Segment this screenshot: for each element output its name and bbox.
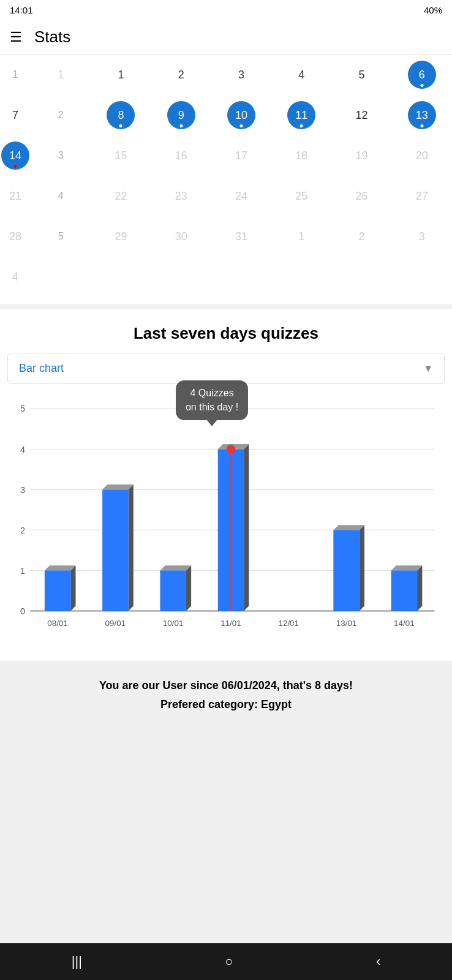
calendar-day-dot — [14, 165, 17, 168]
calendar-day-inner: 25 — [287, 182, 315, 210]
svg-marker-17 — [129, 484, 134, 611]
nav-recent-apps-button[interactable]: ||| — [53, 949, 100, 974]
calendar-day[interactable]: 13 — [392, 95, 452, 135]
calendar-day[interactable]: 16 — [151, 135, 211, 176]
svg-text:13/01: 13/01 — [336, 619, 357, 628]
bar-chart-area: 01234508/0109/0110/0111/0112/0113/0114/0… — [0, 384, 452, 661]
calendar-day[interactable]: 1 — [271, 216, 331, 257]
svg-marker-30 — [360, 525, 364, 611]
calendar-day[interactable]: 18 — [271, 135, 331, 176]
calendar-day[interactable]: 14 — [0, 135, 31, 176]
calendar-day-inner: 24 — [227, 182, 255, 210]
calendar-day[interactable]: 24 — [211, 176, 271, 216]
calendar-day-inner: 9 — [167, 101, 195, 129]
calendar-day-dot — [420, 124, 423, 127]
calendar-day[interactable]: 9 — [151, 95, 211, 135]
svg-text:11/01: 11/01 — [220, 619, 241, 628]
svg-marker-14 — [45, 565, 76, 570]
menu-icon[interactable]: ☰ — [10, 29, 22, 45]
svg-rect-15 — [45, 570, 70, 611]
calendar-day[interactable]: 21 — [0, 176, 31, 216]
svg-text:12/01: 12/01 — [279, 619, 299, 628]
status-time: 14:01 — [10, 5, 33, 15]
calendar-day-inner: 27 — [408, 182, 436, 210]
calendar-day[interactable]: 1 — [91, 55, 151, 95]
calendar-day-dot — [239, 124, 243, 127]
calendar-day-inner: 23 — [167, 182, 195, 210]
calendar-day-dot — [300, 124, 303, 127]
calendar-day-inner: 17 — [227, 141, 255, 170]
nav-home-button[interactable]: ○ — [206, 949, 251, 974]
calendar-day-inner: 29 — [107, 222, 135, 251]
calendar-day[interactable]: 26 — [331, 176, 391, 216]
calendar-day-inner: 13 — [408, 101, 436, 129]
calendar-day[interactable]: 1 — [31, 55, 91, 95]
calendar-day[interactable]: 15 — [91, 135, 151, 176]
svg-marker-18 — [102, 484, 134, 489]
calendar-day-inner: 3 — [408, 222, 436, 251]
calendar-day[interactable]: 19 — [331, 135, 391, 176]
calendar-day-inner: 28 — [1, 222, 29, 251]
calendar-day[interactable]: 10 — [211, 95, 271, 135]
svg-text:2: 2 — [20, 526, 25, 535]
calendar-day[interactable]: 2 — [151, 55, 211, 95]
svg-marker-13 — [70, 565, 75, 611]
chevron-down-icon: ▼ — [423, 363, 433, 374]
calendar-week-number: 3 — [31, 135, 91, 176]
calendar-day-inner: 11 — [287, 101, 315, 129]
svg-rect-23 — [160, 570, 186, 611]
calendar-day[interactable]: 29 — [91, 216, 151, 257]
calendar-day[interactable]: 20 — [392, 135, 452, 176]
chart-wrapper: 01234508/0109/0110/0111/0112/0113/0114/0… — [5, 394, 447, 651]
calendar-day[interactable]: 4 — [271, 55, 331, 95]
calendar-day[interactable]: 28 — [0, 216, 31, 257]
svg-rect-36 — [391, 570, 417, 611]
calendar-day[interactable]: 4 — [0, 257, 31, 297]
calendar-day-dot — [179, 124, 183, 127]
calendar-day[interactable]: 7 — [0, 95, 31, 135]
calendar-day-inner: 30 — [167, 222, 195, 251]
calendar-day[interactable]: 8 — [91, 95, 151, 135]
bottom-nav: ||| ○ ‹ — [0, 943, 452, 980]
calendar-day-inner: 26 — [348, 182, 376, 210]
calendar-day-inner: 21 — [1, 182, 29, 210]
calendar-day[interactable]: 11 — [271, 95, 331, 135]
calendar-day[interactable]: 31 — [211, 216, 271, 257]
calendar-day[interactable]: 27 — [392, 176, 452, 216]
calendar-day-inner: 2 — [167, 61, 195, 89]
calendar-day[interactable]: 30 — [151, 216, 211, 257]
calendar-day-inner: 19 — [348, 141, 376, 170]
svg-rect-32 — [333, 530, 359, 611]
calendar-week-number: 2 — [31, 95, 91, 135]
calendar-day[interactable]: 17 — [211, 135, 271, 176]
calendar-day[interactable]: 3 — [211, 55, 271, 95]
calendar-day[interactable]: 2 — [331, 216, 391, 257]
calendar-day[interactable]: 22 — [91, 176, 151, 216]
calendar-day-inner: 4 — [287, 61, 315, 89]
dropdown-label: Bar chart — [19, 362, 64, 375]
calendar-day-inner: 10 — [227, 101, 255, 129]
calendar-day[interactable]: 3 — [392, 216, 452, 257]
calendar-week-number: 4 — [31, 176, 91, 216]
calendar-day-inner: 5 — [348, 61, 376, 89]
status-battery: 40% — [424, 5, 442, 15]
calendar-day[interactable]: 23 — [151, 176, 211, 216]
svg-text:1: 1 — [20, 566, 25, 576]
preferred-category-text: Prefered category: Egypt — [10, 698, 442, 711]
page-title: Stats — [34, 28, 70, 47]
calendar-day[interactable]: 6 — [392, 55, 452, 95]
calendar-day-dot — [420, 84, 423, 87]
chart-type-dropdown[interactable]: Bar chart ▼ — [7, 353, 445, 384]
svg-marker-21 — [186, 565, 191, 611]
calendar-day[interactable]: 5 — [331, 55, 391, 95]
calendar-day-dot — [119, 124, 122, 127]
calendar-day-inner: 20 — [408, 141, 436, 170]
user-since-text: You are our User since 06/01/2024, that'… — [10, 679, 442, 692]
calendar-day[interactable]: 12 — [331, 95, 391, 135]
svg-marker-34 — [417, 565, 422, 611]
calendar-day[interactable]: 25 — [271, 176, 331, 216]
svg-marker-35 — [391, 565, 423, 570]
calendar-day-inner: 16 — [167, 141, 195, 170]
nav-back-button[interactable]: ‹ — [358, 949, 399, 974]
section-title: Last seven days quizzes — [134, 324, 318, 342]
